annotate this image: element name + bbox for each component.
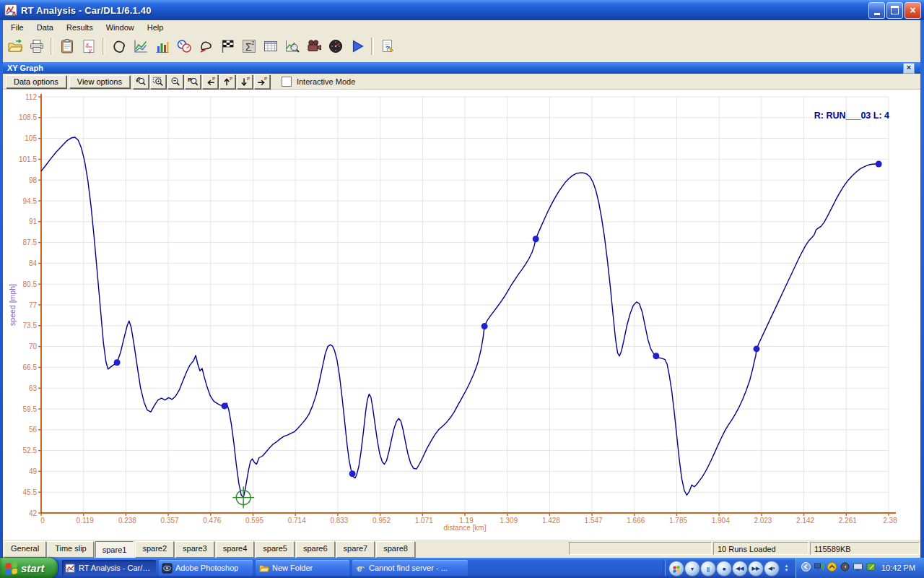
taskbar-item-2[interactable]: Adobe Photoshop <box>159 560 253 576</box>
x-tick-label: 0.119 <box>77 517 95 525</box>
x-tick-label: 0.952 <box>372 517 391 525</box>
tablet-pen-tray-button[interactable] <box>866 561 876 575</box>
close-button[interactable]: × <box>905 2 921 19</box>
graph-zoom-button[interactable] <box>282 35 303 57</box>
histogram-button[interactable] <box>152 35 173 57</box>
x-tick-label: 0 <box>40 517 45 525</box>
messenger-tray-button[interactable] <box>827 561 837 575</box>
restore-button[interactable] <box>886 2 903 19</box>
xy-graph-close-button[interactable]: × <box>903 63 915 74</box>
pan-right-icon: P <box>256 76 268 87</box>
tab-time-slip[interactable]: Time slip <box>48 541 94 558</box>
help-button[interactable]: ? <box>377 35 398 57</box>
view-options-button[interactable]: View options <box>69 75 130 88</box>
chart-cursor[interactable] <box>232 487 254 509</box>
gauges-button[interactable] <box>173 35 195 57</box>
hidden-tray-buttons-chevron-icon[interactable] <box>801 561 811 575</box>
x-tick-label: 1.309 <box>500 517 518 525</box>
window-border-right <box>920 20 924 558</box>
tab-spare8[interactable]: spare8 <box>376 541 415 558</box>
open-file-button[interactable] <box>4 35 26 57</box>
interactive-mode-checkbox[interactable] <box>282 77 292 87</box>
tab-spare5[interactable]: spare5 <box>256 541 295 558</box>
interactive-mode-label: Interactive Mode <box>297 77 355 86</box>
tab-spare1[interactable]: spare1 <box>95 541 134 558</box>
tab-spare2[interactable]: spare2 <box>135 541 174 558</box>
stop-button[interactable]: ■ <box>716 561 732 577</box>
tab-spare3[interactable]: spare3 <box>175 541 214 558</box>
xy-graph-titlebar: XY Graph × <box>3 62 920 74</box>
chart-canvas[interactable]: 4245.54952.55659.56366.57073.57780.58487… <box>3 90 920 539</box>
x-tick-label: 0.833 <box>330 517 348 525</box>
data-options-button[interactable]: Data options <box>6 75 66 88</box>
wmp-logo-button[interactable] <box>668 561 684 577</box>
graph-zoom-icon <box>284 38 300 54</box>
wmp-menu-button[interactable]: ▼ <box>684 561 700 577</box>
y-tick-label: 70 <box>29 342 38 350</box>
tab-general[interactable]: General <box>4 541 46 558</box>
menu-item-help[interactable]: Help <box>141 22 170 33</box>
zoom-out-icon <box>170 76 181 87</box>
pan-right-button[interactable]: P <box>254 74 270 89</box>
chart-area[interactable]: 4245.54952.55659.56366.57073.57780.58487… <box>3 90 920 539</box>
track-map-button[interactable] <box>108 35 130 57</box>
zoom-reset-button[interactable]: R <box>185 74 201 89</box>
wmp-logo-icon <box>672 564 681 573</box>
maths-button[interactable]: Σ2 <box>238 35 260 57</box>
toolbar-separator <box>103 38 105 55</box>
network-tray-button[interactable] <box>814 561 824 575</box>
playback-button[interactable] <box>346 35 368 57</box>
rt-analysis-icon <box>65 563 76 574</box>
start-button[interactable]: start <box>0 558 58 578</box>
y-axis-title: speed [mph] <box>8 284 17 326</box>
tab-spare4[interactable]: spare4 <box>216 541 255 558</box>
minimize-button[interactable] <box>868 2 885 19</box>
video-button[interactable] <box>303 35 325 57</box>
taskbar-item-4[interactable]: eCannot find server - ... <box>352 560 468 576</box>
taskbar-item-3[interactable]: New Folder <box>256 560 349 576</box>
taskbar-item-1[interactable]: RT Analysis - Car/DL1... <box>62 560 156 576</box>
menu-item-file[interactable]: File <box>4 22 30 33</box>
menu-item-results[interactable]: Results <box>60 22 100 33</box>
xy-graph-button[interactable] <box>130 35 152 57</box>
volume-button[interactable]: ◀» <box>764 561 780 577</box>
zoom-undo-button[interactable] <box>133 74 149 89</box>
pause-button[interactable]: || <box>700 561 716 577</box>
x-tick-label: 2.261 <box>839 517 857 525</box>
pan-left-icon: P <box>204 76 216 87</box>
data-table-button[interactable] <box>260 35 282 57</box>
pan-left-button[interactable]: P <box>202 74 218 89</box>
taskbar: start RT Analysis - Car/DL1...Adobe Phot… <box>0 558 924 578</box>
menu-item-data[interactable]: Data <box>30 22 60 33</box>
tab-row: GeneralTime slipspare1spare2spare3spare4… <box>0 539 924 558</box>
x-tick-label: 2.023 <box>754 517 772 525</box>
clipboard-button[interactable] <box>56 35 78 57</box>
svg-text:A: A <box>12 10 17 17</box>
y-tick-label: 73.5 <box>23 322 38 329</box>
print-button[interactable] <box>26 35 48 57</box>
taskbar-divider <box>663 560 666 576</box>
menu-item-window[interactable]: Window <box>100 22 141 33</box>
prev-button[interactable]: ◀◀ <box>732 561 748 577</box>
track-compare-icon <box>198 38 214 54</box>
pan-down-button[interactable]: P <box>237 74 253 89</box>
track-compare-button[interactable] <box>195 35 217 57</box>
xy-values-button[interactable]: xy <box>78 35 100 57</box>
zoom-window-button[interactable] <box>150 74 166 89</box>
taskbar-item-label: New Folder <box>272 564 313 572</box>
zoom-out-button[interactable] <box>167 74 183 89</box>
volume-tray-tray-button[interactable] <box>840 561 850 575</box>
next-button[interactable]: ▶▶ <box>748 561 764 577</box>
folder-icon <box>258 563 269 574</box>
speedo-button[interactable] <box>325 35 346 57</box>
pan-up-button[interactable]: P <box>219 74 235 89</box>
zoom-window-icon <box>152 76 164 87</box>
finish-flag-button[interactable] <box>217 35 238 57</box>
media-toolbar-expand[interactable]: ▲▼ <box>783 561 790 575</box>
y-tick-label: 91 <box>29 217 38 225</box>
tab-spare6[interactable]: spare6 <box>296 541 335 558</box>
display-tray-button[interactable] <box>853 561 863 575</box>
tab-spare7[interactable]: spare7 <box>336 541 375 558</box>
zoom-undo-icon <box>135 76 147 87</box>
y-tick-label: 63 <box>29 384 38 392</box>
